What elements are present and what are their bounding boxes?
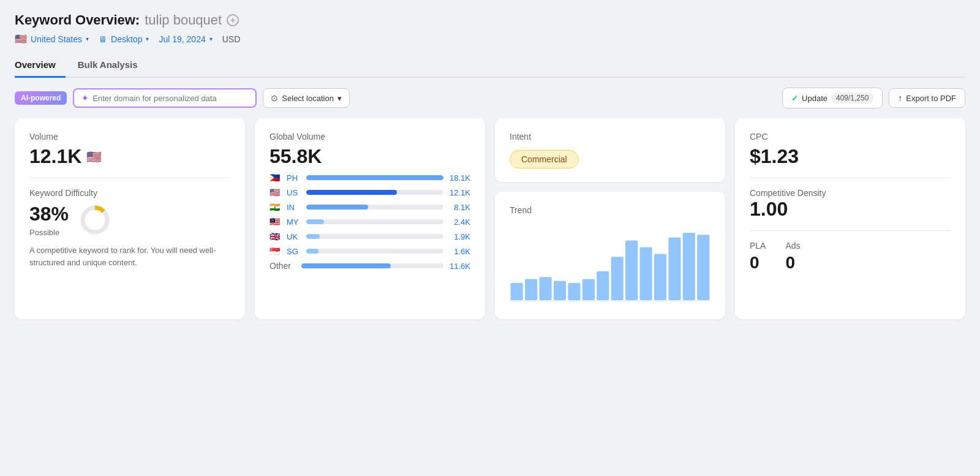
trend-chart [510, 224, 710, 303]
gv-row-ph: 🇵🇭 PH 18.1K [270, 173, 470, 183]
currency-label: USD [222, 34, 241, 44]
trend-bar-13 [697, 235, 709, 300]
bar-bg-in [306, 205, 443, 210]
kd-label: Keyword Difficulty [29, 188, 230, 198]
other-label: Other [270, 261, 296, 271]
date-chevron-icon: ▾ [209, 36, 213, 42]
volume-card: Volume 12.1K 🇺🇸 Keyword Difficulty 38% P… [15, 118, 245, 319]
flag-sg: 🇸🇬 [270, 246, 282, 256]
pla-item: PLA 0 [750, 241, 766, 273]
sparkle-icon: ✦ [81, 93, 89, 103]
trend-bar-1 [525, 279, 537, 300]
volume-label: Volume [29, 132, 230, 142]
export-label: Export to PDF [906, 94, 956, 103]
title-prefix: Keyword Overview: [15, 12, 140, 28]
gv-row-my: 🇲🇾 MY 2.4K [270, 217, 470, 227]
code-ph: PH [287, 173, 301, 183]
trend-card: Trend [495, 192, 725, 319]
ads-item: Ads 0 [785, 241, 800, 273]
ads-value: 0 [785, 253, 800, 273]
other-bar-bg [301, 263, 443, 268]
location-chevron-icon: ▾ [86, 36, 89, 42]
pla-label: PLA [750, 241, 766, 251]
page-header: Keyword Overview: tulip bouquet + 🇺🇸 Uni… [15, 12, 965, 45]
flag-us: 🇺🇸 [270, 187, 282, 197]
update-count: 409/1,250 [831, 93, 873, 104]
intent-label: Intent [510, 132, 710, 142]
domain-input-wrapper[interactable]: ✦ [73, 88, 257, 108]
bar-bg-uk [306, 234, 443, 239]
trend-bar-6 [597, 271, 609, 300]
trend-bar-2 [539, 277, 551, 300]
filters-row: 🇺🇸 United States ▾ 🖥 Desktop ▾ Jul 19, 2… [15, 33, 965, 45]
global-volume-card: Global Volume 55.8K 🇵🇭 PH 18.1K 🇺🇸 US 12… [255, 118, 485, 319]
kd-percent: 38% [29, 203, 69, 225]
trend-bar-10 [654, 254, 666, 300]
cpc-card: CPC $1.23 Competitive Density 1.00 PLA 0… [735, 118, 965, 319]
location-btn-chevron: ▾ [337, 94, 342, 103]
gv-rows: 🇵🇭 PH 18.1K 🇺🇸 US 12.1K 🇮🇳 IN 8.1K 🇲🇾 MY [270, 173, 470, 256]
global-volume-label: Global Volume [270, 132, 470, 142]
add-keyword-icon[interactable]: + [227, 14, 239, 26]
trend-bar-5 [582, 279, 595, 300]
location-label: United States [31, 34, 82, 44]
tabs-row: Overview Bulk Analysis [15, 53, 965, 78]
update-button[interactable]: ✓ Update 409/1,250 [782, 88, 883, 108]
tab-bulk-analysis[interactable]: Bulk Analysis [78, 53, 148, 78]
bar-fill-in [306, 205, 368, 210]
num-uk: 1.9K [448, 232, 470, 241]
location-btn-label: Select location [282, 94, 334, 103]
intent-badge: Commercial [510, 150, 579, 168]
trend-label: Trend [510, 205, 710, 215]
cd-label: Competitive Density [750, 188, 951, 198]
code-us: US [287, 188, 301, 197]
num-us: 12.1K [448, 188, 470, 197]
trend-bar-11 [668, 238, 680, 300]
bar-bg-my [306, 219, 443, 224]
date-filter[interactable]: Jul 19, 2024 ▾ [159, 34, 212, 44]
num-in: 8.1K [448, 203, 470, 212]
kd-value-row: 38% Possible [29, 203, 230, 237]
pla-ads-row: PLA 0 Ads 0 [750, 241, 951, 273]
bar-fill-sg [306, 249, 318, 254]
kd-description: A competitive keyword to rank for. You w… [29, 244, 230, 268]
global-volume-value: 55.8K [270, 145, 470, 168]
kd-donut-chart [78, 203, 111, 236]
tab-overview[interactable]: Overview [15, 53, 66, 78]
pla-value: 0 [750, 253, 766, 273]
location-filter[interactable]: 🇺🇸 United States ▾ [15, 33, 89, 45]
flag-uk: 🇬🇧 [270, 232, 282, 241]
other-bar-fill [301, 263, 391, 268]
bar-fill-my [306, 219, 324, 224]
num-sg: 1.6K [448, 247, 470, 256]
cpc-value: $1.23 [750, 145, 951, 168]
num-my: 2.4K [448, 217, 470, 227]
export-button[interactable]: ↑ Export to PDF [889, 88, 965, 108]
domain-input[interactable] [92, 94, 248, 103]
flag-ph: 🇵🇭 [270, 173, 282, 183]
trend-bar-9 [639, 247, 652, 300]
code-my: MY [287, 217, 301, 227]
volume-value: 12.1K 🇺🇸 [29, 145, 230, 168]
bar-fill-ph [306, 175, 443, 180]
kd-possible: Possible [29, 228, 69, 237]
select-location-btn[interactable]: ⊙ Select location ▾ [263, 88, 350, 108]
code-uk: UK [287, 232, 301, 241]
other-num: 11.6K [448, 262, 470, 271]
ads-label: Ads [785, 241, 800, 251]
trend-bar-3 [554, 281, 566, 300]
gv-row-uk: 🇬🇧 UK 1.9K [270, 232, 470, 241]
device-label: Desktop [111, 34, 142, 44]
device-filter[interactable]: 🖥 Desktop ▾ [99, 34, 149, 44]
toolbar: AI-powered ✦ ⊙ Select location ▾ ✓ Updat… [15, 88, 965, 108]
gv-row-sg: 🇸🇬 SG 1.6K [270, 246, 470, 256]
cpc-label: CPC [750, 132, 951, 142]
export-arrow-icon: ↑ [898, 93, 902, 103]
gv-other-row: Other 11.6K [270, 261, 470, 271]
num-ph: 18.1K [448, 173, 470, 183]
trend-bar-12 [683, 233, 695, 300]
gv-row-in: 🇮🇳 IN 8.1K [270, 202, 470, 212]
trend-bar-7 [611, 257, 624, 300]
date-label: Jul 19, 2024 [159, 34, 205, 44]
device-chevron-icon: ▾ [146, 36, 149, 42]
